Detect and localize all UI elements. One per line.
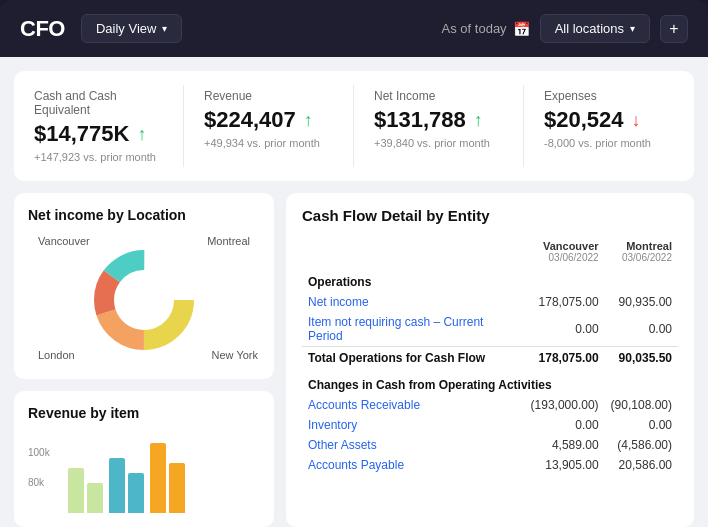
metric-net-income-delta: +39,840 vs. prior month: [374, 137, 503, 149]
bar-group-1: [68, 468, 103, 513]
ap-mon: 20,586.00: [605, 455, 678, 475]
app-title: CFO: [20, 16, 65, 42]
section-operations: Operations: [302, 267, 678, 292]
label-newyork: New York: [212, 349, 258, 361]
top-bar: CFO Daily View ▾ As of today 📅 All locat…: [0, 0, 708, 57]
app-container: CFO Daily View ▾ As of today 📅 All locat…: [0, 0, 708, 527]
bar-group-2: [109, 458, 144, 513]
as-of-today-label: As of today: [442, 21, 507, 36]
arrow-up-icon: ↑: [474, 110, 483, 131]
metric-expenses-value: $20,524: [544, 107, 624, 133]
svg-point-4: [116, 272, 172, 328]
section-changes: Changes in Cash from Operating Activitie…: [302, 368, 678, 395]
item-not-requiring-link[interactable]: Item not requiring cash – Current Period: [308, 315, 483, 343]
ap-van: 13,905.00: [525, 455, 605, 475]
total-operations-label: Total Operations for Cash Flow: [302, 347, 525, 369]
bar: [87, 483, 103, 513]
y-label-100k: 100k: [28, 447, 50, 458]
metric-expenses-label: Expenses: [544, 89, 674, 103]
revenue-chart-title: Revenue by item: [28, 405, 260, 421]
metric-cash: Cash and Cash Equivalent $14,775K ↑ +147…: [14, 85, 184, 167]
inventory-link[interactable]: Inventory: [308, 418, 357, 432]
table-header-row: Vancouver 03/06/2022 Montreal 03/06/2022: [302, 236, 678, 267]
table-row: Accounts Payable 13,905.00 20,586.00: [302, 455, 678, 475]
col-date-vancouver: 03/06/2022: [531, 252, 599, 263]
bar: [109, 458, 125, 513]
section-operations-label: Operations: [302, 267, 678, 292]
table-row: Accounts Receivable (193,000.00) (90,108…: [302, 395, 678, 415]
donut-chart: Vancouver Montreal London New York: [28, 235, 260, 365]
total-operations-van: 178,075.00: [525, 347, 605, 369]
locations-label: All locations: [555, 21, 624, 36]
bar-chart: 100k 80k: [28, 433, 260, 513]
metric-revenue-delta: +49,934 vs. prior month: [204, 137, 333, 149]
metric-revenue-value: $224,407: [204, 107, 296, 133]
metric-net-income-label: Net Income: [374, 89, 503, 103]
calendar-icon[interactable]: 📅: [513, 21, 530, 37]
daily-view-label: Daily View: [96, 21, 156, 36]
locations-button[interactable]: All locations ▾: [540, 14, 650, 43]
metrics-row: Cash and Cash Equivalent $14,775K ↑ +147…: [14, 71, 694, 181]
other-assets-link[interactable]: Other Assets: [308, 438, 377, 452]
item-not-req-van: 0.00: [525, 312, 605, 347]
net-income-link[interactable]: Net income: [308, 295, 369, 309]
net-income-mon: 90,935.00: [605, 292, 678, 312]
metric-expenses: Expenses $20,524 ↓ -8,000 vs. prior mont…: [524, 85, 694, 167]
total-operations-mon: 90,035.50: [605, 347, 678, 369]
col-date-montreal: 03/06/2022: [611, 252, 672, 263]
bottom-row: Net income by Location Vancouver Montrea…: [14, 193, 694, 527]
inv-mon: 0.00: [605, 415, 678, 435]
col-header-label: [302, 236, 525, 267]
net-income-chart-title: Net income by Location: [28, 207, 260, 223]
inv-van: 0.00: [525, 415, 605, 435]
main-content: Cash and Cash Equivalent $14,775K ↑ +147…: [0, 57, 708, 527]
oa-mon: (4,586.00): [605, 435, 678, 455]
add-button[interactable]: +: [660, 15, 688, 43]
accounts-receivable-link[interactable]: Accounts Receivable: [308, 398, 420, 412]
metric-revenue-value-row: $224,407 ↑: [204, 107, 333, 133]
item-not-req-mon: 0.00: [605, 312, 678, 347]
col-header-vancouver: Vancouver 03/06/2022: [525, 236, 605, 267]
ar-mon: (90,108.00): [605, 395, 678, 415]
daily-view-button[interactable]: Daily View ▾: [81, 14, 182, 43]
net-income-chart-panel: Net income by Location Vancouver Montrea…: [14, 193, 274, 379]
cashflow-table: Vancouver 03/06/2022 Montreal 03/06/2022: [302, 236, 678, 475]
metric-cash-value: $14,775K: [34, 121, 129, 147]
as-of-today: As of today 📅: [442, 21, 530, 37]
metric-net-income: Net Income $131,788 ↑ +39,840 vs. prior …: [354, 85, 524, 167]
arrow-down-icon: ↓: [632, 110, 641, 131]
metric-revenue: Revenue $224,407 ↑ +49,934 vs. prior mon…: [184, 85, 354, 167]
bar: [169, 463, 185, 513]
top-bar-right: As of today 📅 All locations ▾ +: [442, 14, 688, 43]
bar-chart-inner: 100k 80k: [28, 433, 260, 513]
accounts-payable-link[interactable]: Accounts Payable: [308, 458, 404, 472]
metric-cash-delta: +147,923 vs. prior month: [34, 151, 163, 163]
oa-van: 4,589.00: [525, 435, 605, 455]
metric-cash-value-row: $14,775K ↑: [34, 121, 163, 147]
donut-svg: [89, 245, 199, 355]
table-row: Inventory 0.00 0.00: [302, 415, 678, 435]
left-panels: Net income by Location Vancouver Montrea…: [14, 193, 274, 527]
label-vancouver: Vancouver: [38, 235, 90, 247]
cashflow-panel: Cash Flow Detail by Entity Vancouver 03/…: [286, 193, 694, 527]
ar-van: (193,000.00): [525, 395, 605, 415]
table-row: Other Assets 4,589.00 (4,586.00): [302, 435, 678, 455]
label-london: London: [38, 349, 75, 361]
metric-revenue-label: Revenue: [204, 89, 333, 103]
metric-net-income-value: $131,788: [374, 107, 466, 133]
y-label-80k: 80k: [28, 477, 44, 488]
metric-expenses-value-row: $20,524 ↓: [544, 107, 674, 133]
label-montreal: Montreal: [207, 235, 250, 247]
chevron-down-icon: ▾: [162, 23, 167, 34]
arrow-up-icon: ↑: [304, 110, 313, 131]
col-header-montreal: Montreal 03/06/2022: [605, 236, 678, 267]
chevron-down-icon: ▾: [630, 23, 635, 34]
metric-cash-label: Cash and Cash Equivalent: [34, 89, 163, 117]
bar: [128, 473, 144, 513]
bar-group-3: [150, 443, 185, 513]
revenue-chart-panel: Revenue by item 100k 80k: [14, 391, 274, 527]
section-changes-label: Changes in Cash from Operating Activitie…: [302, 368, 678, 395]
metric-expenses-delta: -8,000 vs. prior month: [544, 137, 674, 149]
operations-total-row: Total Operations for Cash Flow 178,075.0…: [302, 347, 678, 369]
bar: [68, 468, 84, 513]
